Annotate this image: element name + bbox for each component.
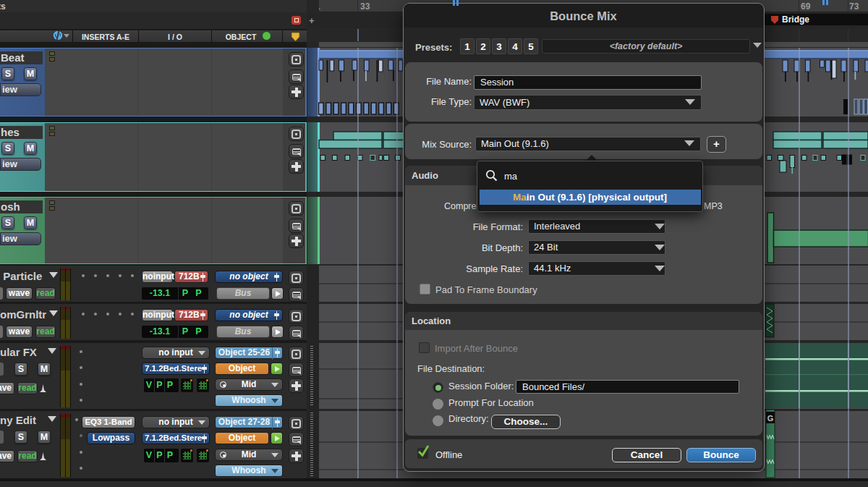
- svg-text:G: G: [767, 414, 774, 423]
